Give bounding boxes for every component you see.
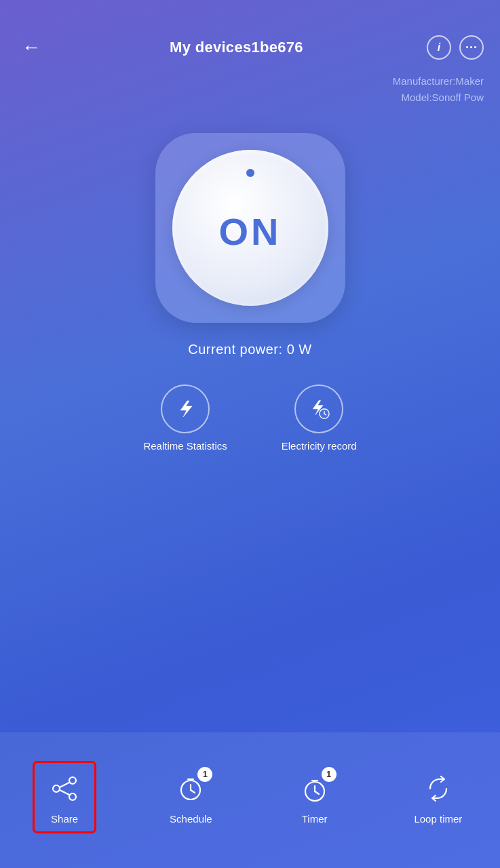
manufacturer-line: Manufacturer:Maker bbox=[16, 73, 484, 90]
timer-badge: 1 bbox=[322, 767, 336, 782]
power-status: ON bbox=[219, 210, 282, 254]
current-power-label: Current power: 0 W bbox=[0, 342, 500, 357]
share-button[interactable]: Share bbox=[35, 763, 94, 831]
svg-line-7 bbox=[60, 790, 69, 795]
bottom-bar: Share 1 Schedule 1 Timer bbox=[0, 732, 500, 868]
loop-timer-icon-wrap bbox=[419, 770, 457, 808]
power-area: ON bbox=[0, 133, 500, 323]
timer-button[interactable]: 1 Timer bbox=[288, 770, 342, 825]
back-arrow-icon: ← bbox=[22, 38, 41, 57]
schedule-button[interactable]: 1 Schedule bbox=[164, 770, 218, 825]
svg-line-6 bbox=[60, 783, 69, 787]
electricity-label: Electricity record bbox=[282, 440, 357, 452]
realtime-circle bbox=[161, 384, 210, 433]
share-icon-wrap bbox=[45, 770, 83, 808]
power-button[interactable]: ON bbox=[172, 150, 328, 306]
stats-row: Realtime Statistics Electricity record bbox=[0, 384, 500, 452]
svg-point-3 bbox=[69, 777, 76, 784]
more-button[interactable]: ··· bbox=[459, 35, 484, 60]
lightning-icon bbox=[174, 398, 196, 420]
schedule-badge: 1 bbox=[197, 767, 212, 782]
page-title: My devices1be676 bbox=[170, 39, 303, 56]
timer-icon-wrap: 1 bbox=[296, 770, 334, 808]
loop-timer-button[interactable]: Loop timer bbox=[411, 770, 465, 825]
header: ← My devices1be676 i ··· bbox=[0, 0, 500, 71]
header-actions: i ··· bbox=[427, 35, 484, 60]
svg-line-10 bbox=[191, 790, 195, 793]
svg-point-5 bbox=[69, 793, 76, 800]
device-info: Manufacturer:Maker Model:Sonoff Pow bbox=[0, 71, 500, 106]
power-dot bbox=[246, 169, 254, 177]
share-icon bbox=[50, 774, 79, 804]
electricity-circle bbox=[294, 384, 343, 433]
schedule-label: Schedule bbox=[170, 813, 212, 825]
loop-timer-icon bbox=[423, 774, 453, 804]
schedule-icon-wrap: 1 bbox=[172, 770, 210, 808]
svg-point-4 bbox=[53, 785, 60, 792]
realtime-label: Realtime Statistics bbox=[143, 440, 227, 452]
share-label: Share bbox=[51, 813, 78, 825]
back-button[interactable]: ← bbox=[16, 33, 46, 62]
model-line: Model:Sonoff Pow bbox=[16, 90, 484, 106]
info-button[interactable]: i bbox=[427, 35, 451, 60]
power-button-outer: ON bbox=[155, 133, 345, 323]
svg-line-14 bbox=[315, 791, 319, 794]
loop-timer-label: Loop timer bbox=[414, 813, 462, 825]
timer-label: Timer bbox=[302, 813, 328, 825]
lightning-clock-icon bbox=[308, 398, 330, 420]
realtime-statistics-button[interactable]: Realtime Statistics bbox=[143, 384, 227, 452]
electricity-record-button[interactable]: Electricity record bbox=[282, 384, 357, 452]
